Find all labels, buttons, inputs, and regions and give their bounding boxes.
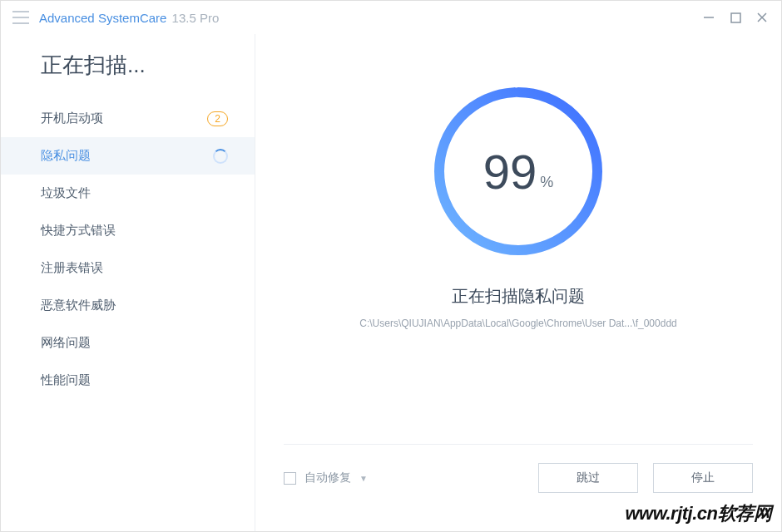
minimize-button[interactable]	[701, 10, 716, 25]
sidebar-item-label: 网络问题	[41, 335, 91, 351]
autofix-label: 自动修复	[304, 470, 351, 485]
autofix-checkbox[interactable]	[284, 472, 296, 485]
close-button[interactable]	[755, 10, 770, 25]
sidebar: 正在扫描... 开机启动项 2 隐私问题 垃圾文件 快捷方式错误 注册表错误 恶…	[1, 34, 255, 531]
count-badge: 2	[207, 111, 228, 126]
sidebar-item-registry[interactable]: 注册表错误	[1, 249, 255, 287]
scan-path: C:\Users\QIUJIAN\AppData\Local\Google\Ch…	[359, 318, 677, 329]
progress-ring: 99 %	[431, 84, 606, 259]
spinner-icon	[213, 149, 228, 164]
maximize-button[interactable]	[728, 10, 743, 25]
sidebar-item-performance[interactable]: 性能问题	[1, 362, 255, 399]
progress-percent: 99	[483, 144, 537, 200]
sidebar-item-junk[interactable]: 垃圾文件	[1, 175, 255, 212]
skip-button[interactable]: 跳过	[538, 463, 638, 493]
divider	[284, 444, 753, 445]
sidebar-item-startup[interactable]: 开机启动项 2	[1, 100, 255, 137]
sidebar-item-label: 垃圾文件	[41, 185, 91, 201]
sidebar-item-network[interactable]: 网络问题	[1, 324, 255, 362]
sidebar-item-label: 性能问题	[41, 372, 91, 388]
chevron-down-icon[interactable]: ▼	[359, 474, 368, 483]
sidebar-item-label: 恶意软件威胁	[41, 298, 116, 313]
sidebar-item-label: 开机启动项	[41, 111, 103, 126]
page-title: 正在扫描...	[1, 51, 255, 100]
sidebar-item-label: 隐私问题	[41, 148, 91, 164]
sidebar-item-label: 快捷方式错误	[41, 223, 116, 239]
svg-rect-0	[731, 13, 740, 22]
app-version: 13.5 Pro	[172, 11, 220, 25]
menu-icon[interactable]	[12, 11, 29, 24]
sidebar-item-label: 注册表错误	[41, 260, 103, 276]
status-text: 正在扫描隐私问题	[452, 285, 585, 308]
percent-sign: %	[540, 174, 553, 191]
app-brand: Advanced SystemCare	[39, 11, 166, 25]
watermark: www.rjtj.cn软荐网	[625, 501, 771, 526]
sidebar-item-privacy[interactable]: 隐私问题	[1, 137, 255, 175]
stop-button[interactable]: 停止	[653, 463, 753, 493]
sidebar-item-shortcut[interactable]: 快捷方式错误	[1, 212, 255, 249]
main-panel: 99 % 正在扫描隐私问题 C:\Users\QIUJIAN\AppData\L…	[255, 34, 781, 531]
sidebar-item-malware[interactable]: 恶意软件威胁	[1, 287, 255, 324]
app-title: Advanced SystemCare 13.5 Pro	[39, 11, 219, 25]
